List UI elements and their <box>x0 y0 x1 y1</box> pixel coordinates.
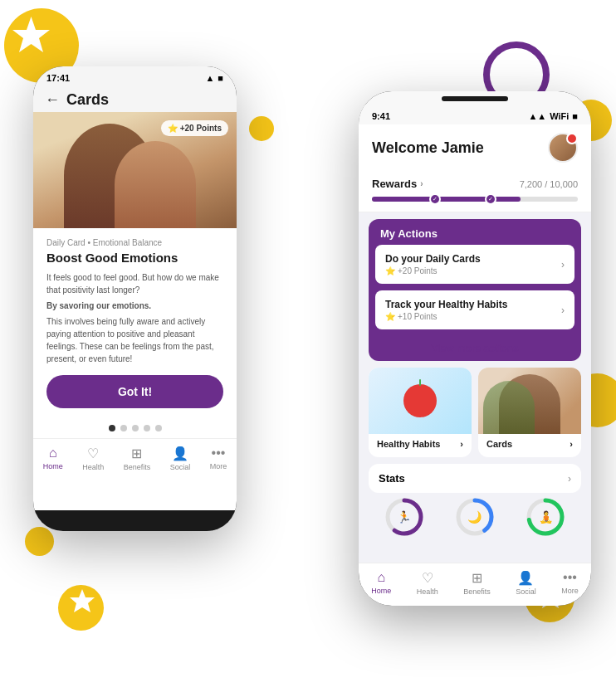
deco-circle-bottom-left <box>25 527 54 556</box>
habits-image <box>369 368 472 434</box>
stats-chevron: › <box>568 473 571 485</box>
back-arrow-icon[interactable]: ← <box>45 91 60 109</box>
left-status-bar: 17:41 ▲ ■ <box>33 66 237 86</box>
dot-4 <box>144 425 150 431</box>
action-item-1[interactable]: Do your Daily Cards ⭐ +20 Points › <box>375 245 574 284</box>
habits-label: Healthy Habits › <box>369 434 472 451</box>
user-avatar[interactable] <box>548 133 578 163</box>
stats-label: Stats <box>379 472 405 485</box>
got-it-button[interactable]: Got It! <box>46 375 223 408</box>
action-2-info: Track your Healthy Habits ⭐ +10 Points <box>385 299 507 321</box>
rewards-progress <box>372 197 578 202</box>
stats-section[interactable]: Stats › <box>369 464 581 493</box>
right-nav-health[interactable]: ♡ Health <box>417 570 438 596</box>
action-2-points: ⭐ +10 Points <box>385 312 507 321</box>
left-nav-bar: ← Cards <box>33 86 237 112</box>
cards-image <box>478 368 581 434</box>
left-nav-home[interactable]: ⌂ Home <box>43 446 63 471</box>
action-2-name: Track your Healthy Habits <box>385 299 507 310</box>
right-nav-home[interactable]: ⌂ Home <box>371 570 391 596</box>
social-icon: 👤 <box>172 446 188 461</box>
habits-label-text: Healthy Habits <box>377 439 440 449</box>
right-bottom-nav: ⌂ Home ♡ Health ⊞ Benefits 👤 Social ••• … <box>359 563 591 606</box>
cards-card[interactable]: Cards › <box>478 368 581 457</box>
star-top-left <box>8 12 54 58</box>
right-time: 9:41 <box>372 111 390 121</box>
left-nav-benefits-label: Benefits <box>124 463 151 471</box>
notch <box>442 96 508 101</box>
right-heart-icon: ♡ <box>422 570 433 586</box>
home-icon: ⌂ <box>49 446 57 461</box>
healthy-habits-card[interactable]: Healthy Habits › <box>369 368 472 457</box>
left-nav-home-label: Home <box>43 462 63 470</box>
right-nav-home-label: Home <box>371 587 391 595</box>
action-1-star: ⭐ <box>385 266 395 275</box>
left-status-icons: ▲ ■ <box>205 73 223 83</box>
deco-circle-bottom-left2 <box>58 585 104 631</box>
left-content: ⭐ +20 Points Daily Card • Emotional Bala… <box>33 112 237 510</box>
wifi-icon-right: WiFi <box>550 111 569 121</box>
right-nav-social[interactable]: 👤 Social <box>516 570 536 596</box>
rewards-label: Rewards › <box>372 178 423 190</box>
action-1-info: Do your Daily Cards ⭐ +20 Points <box>385 253 481 275</box>
actions-section: My Actions Do your Daily Cards ⭐ +20 Poi… <box>369 219 581 361</box>
left-nav-social[interactable]: 👤 Social <box>170 446 191 471</box>
points-badge: ⭐ +20 Points <box>161 120 228 136</box>
action-1-points: ⭐ +20 Points <box>385 266 481 275</box>
cards-label: Cards › <box>478 434 581 451</box>
card-image: ⭐ +20 Points <box>33 112 237 228</box>
wifi-icon: ▲ <box>205 73 214 83</box>
rewards-text: Rewards <box>372 178 417 190</box>
card-text-2: By savoring our emotions. <box>46 301 223 310</box>
more-icon: ••• <box>212 446 226 461</box>
left-nav-more-label: More <box>210 462 227 470</box>
action-1-chevron: › <box>561 259 565 271</box>
right-social-icon: 👤 <box>517 570 534 586</box>
star-icon-badge: ⭐ <box>168 124 178 133</box>
card-subtitle: Daily Card • Emotional Balance <box>46 238 223 247</box>
card-body: Daily Card • Emotional Balance Boost Goo… <box>33 228 237 418</box>
battery-icon-right: ■ <box>572 111 578 121</box>
action-item-2[interactable]: Track your Healthy Habits ⭐ +10 Points › <box>375 290 574 329</box>
apple-icon <box>403 384 437 417</box>
left-nav-health-label: Health <box>82 463 104 471</box>
svg-marker-2 <box>70 589 95 612</box>
dot-1 <box>109 425 115 431</box>
right-nav-benefits[interactable]: ⊞ Benefits <box>463 570 491 596</box>
progress-fill <box>372 197 521 202</box>
progress-dot-2 <box>485 193 496 205</box>
benefits-icon: ⊞ <box>131 446 142 461</box>
left-time: 17:41 <box>46 73 70 83</box>
right-home-icon: ⌂ <box>377 570 385 585</box>
card-dots <box>33 418 237 438</box>
right-nav-more[interactable]: ••• More <box>561 570 579 596</box>
rewards-row: Rewards › 7,200 / 10,000 <box>372 178 578 190</box>
progress-dot-1 <box>429 193 441 205</box>
right-content: Welcome Jamie Rewards › 7,200 / 10,000 M… <box>359 124 591 564</box>
stat-circle-2: 🌙 <box>454 496 496 538</box>
action-2-star: ⭐ <box>385 312 395 321</box>
welcome-text: Welcome Jamie <box>372 139 484 157</box>
card-text-1: It feels good to feel good. But how do w… <box>46 271 223 296</box>
left-phone: 17:41 ▲ ■ ← Cards ⭐ +20 Points Daily Car… <box>33 66 237 531</box>
actions-header: My Actions <box>369 219 581 245</box>
left-nav-health[interactable]: ♡ Health <box>82 446 104 471</box>
cards-label-text: Cards <box>486 439 512 449</box>
dot-5 <box>155 425 162 431</box>
rewards-points: 7,200 / 10,000 <box>520 179 578 189</box>
svg-marker-0 <box>12 17 50 52</box>
card-text-3: This involves being fully aware and acti… <box>46 315 223 365</box>
rewards-section[interactable]: Rewards › 7,200 / 10,000 <box>359 171 591 212</box>
signal-icon: ▲▲ <box>528 111 546 121</box>
left-bottom-nav: ⌂ Home ♡ Health ⊞ Benefits 👤 Social ••• … <box>33 438 237 475</box>
view-more-actions[interactable]: View more actions <box>369 336 581 361</box>
left-nav-more[interactable]: ••• More <box>210 446 227 471</box>
left-nav-social-label: Social <box>170 463 191 471</box>
action-2-chevron: › <box>561 305 565 316</box>
left-nav-benefits[interactable]: ⊞ Benefits <box>124 446 151 471</box>
action-1-points-text: +20 Points <box>398 266 438 275</box>
dot-3 <box>132 425 139 431</box>
cards-grid: Healthy Habits › Cards › <box>369 368 581 457</box>
right-more-icon: ••• <box>563 570 577 585</box>
action-2-points-text: +10 Points <box>398 312 438 321</box>
